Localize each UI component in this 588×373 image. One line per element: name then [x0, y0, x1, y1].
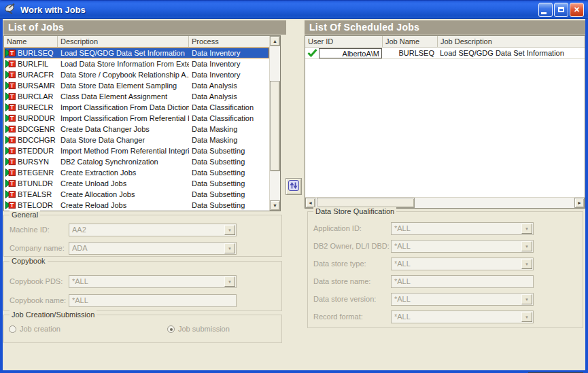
svg-text:T: T: [10, 82, 14, 89]
job-process-cell: Data Subsetting: [189, 167, 269, 178]
job-row[interactable]: TBDCCHGRData Store Data ChangerData Mask…: [4, 135, 269, 145]
job-description-cell: Load SEQ/GDG Data Set Information: [58, 48, 189, 58]
column-header-user-id[interactable]: User ID: [305, 36, 383, 47]
general-group: General Machine ID: AA2 ▼ Company name: …: [3, 215, 282, 257]
svg-text:T: T: [10, 126, 14, 132]
data-store-qualification-group: Data Store Qualification Application ID:…: [307, 211, 583, 328]
dropdown-arrow-icon: ▼: [521, 241, 532, 251]
qualification-field-combobox: *ALL▼: [391, 257, 534, 270]
job-process-cell: Data Analysis: [189, 91, 269, 102]
job-row[interactable]: TBURCLARClass Data Element AssignmentDat…: [4, 91, 269, 102]
svg-text:T: T: [10, 50, 14, 56]
copybook-name-input: *ALL: [69, 294, 237, 307]
job-name-cell: BURLSEQ: [382, 48, 437, 58]
job-type-icon: T: [5, 49, 16, 57]
job-row[interactable]: TBTUNLDRCreate Unload JobsData Subsettin…: [4, 178, 269, 189]
job-row[interactable]: TBTELODRCreate Reload JobsData Subsettin…: [4, 200, 269, 211]
job-name-cell: TBURSAMR: [4, 80, 58, 91]
job-name-cell: TBTUNLDR: [4, 178, 58, 189]
scroll-left-icon[interactable]: ◄: [305, 198, 315, 208]
job-row[interactable]: TBURACFRData Store / Copybook Relationsh…: [4, 69, 269, 80]
job-description-cell: Import Classification From Data Diction.…: [58, 102, 189, 113]
job-row[interactable]: TBURDDURImport Classification From Refer…: [4, 113, 269, 124]
close-button[interactable]: ✕: [570, 3, 584, 17]
scroll-right-icon[interactable]: ►: [574, 198, 585, 208]
job-type-icon: T: [5, 158, 16, 166]
job-row[interactable]: TBURSAMRData Store Data Element Sampling…: [4, 80, 269, 91]
column-header-name[interactable]: Name: [4, 36, 58, 47]
job-type-icon: T: [5, 179, 16, 188]
qualification-field-combobox: *ALL▼: [391, 310, 534, 323]
job-process-cell: Data Analysis: [189, 80, 269, 91]
column-header-job-name[interactable]: Job Name: [383, 36, 438, 47]
column-header-description[interactable]: Description: [58, 36, 189, 47]
column-header-job-description[interactable]: Job Description: [438, 36, 585, 47]
machine-id-label: Machine ID:: [10, 224, 50, 236]
job-description-cell: Import Method From Referential Integrity: [58, 145, 189, 156]
copybook-name-label: Copybook name:: [10, 294, 66, 307]
copybook-group-label: Copybook: [10, 257, 48, 266]
user-id-cell[interactable]: AlbertoA\M: [319, 48, 382, 58]
svg-text:T: T: [10, 93, 14, 100]
minimize-button[interactable]: [538, 3, 553, 17]
job-process-cell: Data Subsetting: [189, 145, 269, 156]
jobs-vertical-scrollbar[interactable]: ▲ ▼: [269, 36, 280, 211]
job-description-cell: Create Allocation Jobs: [58, 189, 189, 200]
job-row[interactable]: TBURECLRImport Classification From Data …: [4, 102, 269, 113]
job-name-cell: TBDCCHGR: [4, 135, 58, 145]
job-submission-radio: Job submission: [167, 325, 230, 333]
job-type-icon: T: [5, 60, 16, 68]
scheduled-check-icon: [305, 49, 319, 57]
general-group-label: General: [10, 211, 40, 219]
scheduled-jobs-rows: AlbertoA\MBURLSEQLoad SEQ/GDG Data Set I…: [305, 48, 585, 197]
svg-text:T: T: [10, 202, 14, 209]
svg-text:T: T: [10, 104, 14, 111]
svg-text:T: T: [10, 180, 14, 187]
job-name-cell: TBURSYN: [4, 156, 58, 167]
job-row[interactable]: TBTEALSRCreate Allocation JobsData Subse…: [4, 189, 269, 200]
job-row[interactable]: TBURLFILLoad Data Store Information From…: [4, 58, 269, 69]
dropdown-arrow-icon: ▼: [521, 312, 532, 322]
job-description-cell: DB2 Catalog Synchronization: [58, 156, 189, 167]
job-row[interactable]: TBTEGENRCreate Extraction JobsData Subse…: [4, 167, 269, 178]
jobs-table: Name Description Process TBURLSEQLoad SE…: [3, 35, 281, 211]
job-process-cell: Data Masking: [189, 124, 269, 135]
svg-text:T: T: [10, 115, 14, 122]
qualification-field-label: Data store type:: [313, 257, 366, 270]
job-row[interactable]: TBDCGENRCreate Data Changer JobsData Mas…: [4, 124, 269, 135]
copybook-group: Copybook Copybook PDS: *ALL ▼ Copybook n…: [3, 261, 282, 311]
job-name-cell: TBURLFIL: [4, 58, 58, 69]
job-description-cell: Load SEQ/GDG Data Set Information: [437, 48, 564, 58]
svg-text:T: T: [10, 137, 14, 143]
scheduled-job-row[interactable]: AlbertoA\MBURLSEQLoad SEQ/GDG Data Set I…: [305, 48, 585, 59]
scrollbar-thumb[interactable]: [270, 81, 280, 171]
job-row[interactable]: TBURLSEQLoad SEQ/GDG Data Set Informatio…: [4, 48, 269, 58]
transfer-cycle-icon: [288, 180, 299, 194]
dropdown-arrow-icon: ▼: [521, 259, 532, 269]
job-process-cell: Data Inventory: [189, 69, 269, 80]
job-process-cell: Data Subsetting: [189, 189, 269, 200]
job-name-cell: TBURECLR: [4, 102, 58, 113]
job-process-cell: Data Subsetting: [189, 200, 269, 211]
qualification-field-label: Application ID:: [313, 222, 362, 235]
job-process-cell: Data Masking: [189, 135, 269, 145]
scroll-down-icon[interactable]: ▼: [270, 200, 280, 211]
scheduled-jobs-horizontal-scrollbar[interactable]: ◄ ►: [305, 197, 585, 208]
svg-text:T: T: [10, 60, 14, 67]
job-name-cell: TBURDDUR: [4, 113, 58, 124]
job-description-cell: Create Data Changer Jobs: [58, 124, 189, 135]
job-process-cell: Data Classification: [189, 102, 269, 113]
job-description-cell: Data Store Data Element Sampling: [58, 80, 189, 91]
copybook-pds-combobox: *ALL ▼: [69, 275, 237, 288]
scroll-up-icon[interactable]: ▲: [270, 36, 280, 46]
qualification-field-label: Data store name:: [313, 275, 370, 288]
schedule-job-button[interactable]: [286, 178, 302, 195]
column-header-process[interactable]: Process: [189, 36, 269, 47]
job-description-cell: Data Store Data Changer: [58, 135, 189, 145]
jobs-table-header: Name Description Process: [4, 36, 280, 48]
list-of-jobs-header: List of Jobs: [3, 20, 286, 35]
scrollbar-thumb[interactable]: [317, 198, 415, 208]
job-row[interactable]: TBTEDDURImport Method From Referential I…: [4, 145, 269, 156]
maximize-button[interactable]: [554, 3, 568, 17]
job-row[interactable]: TBURSYNDB2 Catalog SynchronizationData S…: [4, 156, 269, 167]
